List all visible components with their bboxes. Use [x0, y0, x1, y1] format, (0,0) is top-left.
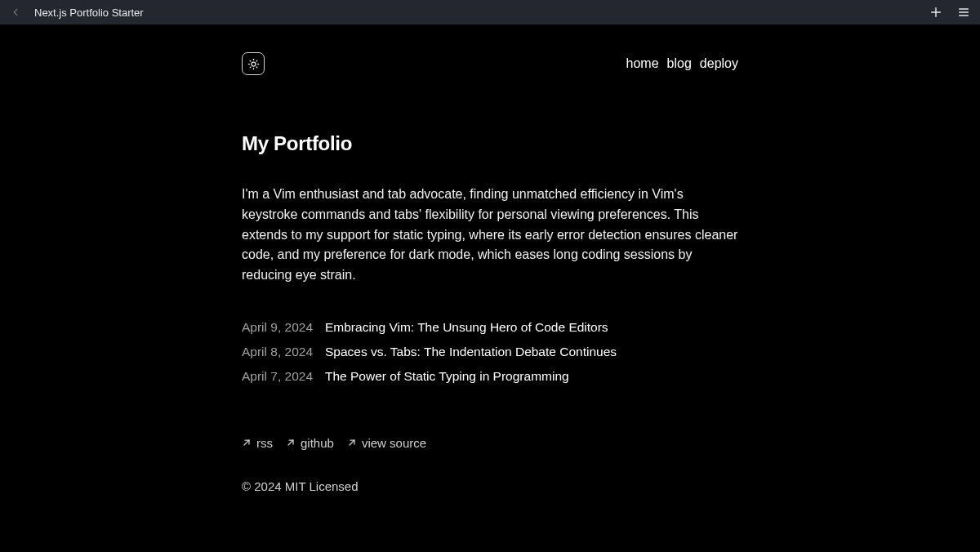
nav-links: home blog deploy — [626, 56, 738, 71]
arrow-up-right-icon — [347, 438, 357, 447]
post-title: Embracing Vim: The Unsung Hero of Code E… — [325, 320, 608, 335]
post-row[interactable]: April 8, 2024 Spaces vs. Tabs: The Inden… — [242, 340, 738, 364]
svg-line-13 — [256, 60, 257, 61]
svg-line-9 — [256, 67, 257, 68]
post-date: April 9, 2024 — [242, 320, 315, 335]
post-row[interactable]: April 9, 2024 Embracing Vim: The Unsung … — [242, 315, 738, 340]
topbar-left: Next.js Portfolio Starter — [10, 7, 144, 19]
nav-link-deploy[interactable]: deploy — [700, 56, 738, 71]
footer-link-label: rss — [256, 436, 273, 450]
post-list: April 9, 2024 Embracing Vim: The Unsung … — [242, 315, 738, 389]
nav-link-home[interactable]: home — [626, 56, 659, 71]
plus-icon — [929, 6, 942, 19]
svg-line-15 — [288, 440, 293, 445]
theme-toggle-button[interactable] — [242, 52, 265, 75]
footer-links: rss github view source — [242, 436, 738, 450]
svg-line-16 — [350, 440, 354, 445]
topbar-right — [929, 6, 970, 19]
footer-link-view-source[interactable]: view source — [347, 436, 426, 450]
arrow-up-right-icon — [286, 438, 296, 447]
footer-link-github[interactable]: github — [286, 436, 334, 450]
svg-line-12 — [250, 67, 251, 68]
intro-paragraph: I'm a Vim enthusiast and tab advocate, f… — [242, 185, 738, 286]
page-title: My Portfolio — [242, 132, 738, 155]
footer-link-rss[interactable]: rss — [242, 436, 273, 450]
arrow-up-right-icon — [242, 438, 252, 447]
sun-icon — [247, 58, 260, 70]
footer-link-label: view source — [362, 436, 426, 450]
hamburger-icon — [957, 6, 970, 19]
post-title: Spaces vs. Tabs: The Indentation Debate … — [325, 345, 617, 359]
menu-button[interactable] — [957, 6, 970, 19]
license-text: © 2024 MIT Licensed — [242, 479, 738, 493]
svg-line-14 — [244, 440, 249, 445]
post-row[interactable]: April 7, 2024 The Power of Static Typing… — [242, 364, 738, 389]
app-title: Next.js Portfolio Starter — [34, 7, 144, 19]
nav-link-blog[interactable]: blog — [667, 56, 692, 71]
post-date: April 8, 2024 — [242, 345, 315, 359]
app-topbar: Next.js Portfolio Starter — [0, 0, 980, 24]
site-nav: home blog deploy — [242, 24, 738, 103]
svg-point-5 — [252, 62, 256, 66]
back-button[interactable] — [10, 7, 21, 18]
post-title: The Power of Static Typing in Programmin… — [325, 369, 569, 384]
content: home blog deploy My Portfolio I'm a Vim … — [229, 24, 751, 493]
svg-line-8 — [250, 60, 251, 61]
add-button[interactable] — [929, 6, 942, 19]
post-date: April 7, 2024 — [242, 369, 315, 384]
chevron-left-icon — [10, 7, 21, 18]
footer-link-label: github — [301, 436, 334, 450]
